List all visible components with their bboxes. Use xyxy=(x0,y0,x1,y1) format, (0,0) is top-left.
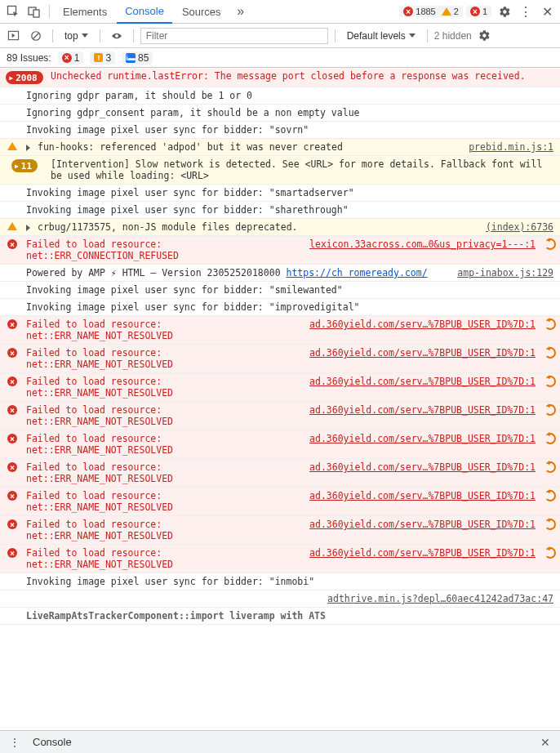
close-icon[interactable]: ✕ xyxy=(537,2,557,21)
hidden-count[interactable]: 2 hidden xyxy=(434,30,472,42)
message-text: Ignoring gdpr_consent param, it should b… xyxy=(26,107,557,118)
drawer-title[interactable]: Console xyxy=(33,736,72,748)
refresh-icon[interactable] xyxy=(544,490,557,501)
issues-warning-chip[interactable]: ! 3 xyxy=(90,51,115,65)
console-row[interactable]: Invoking image pixel user sync for bidde… xyxy=(0,282,560,299)
console-row[interactable]: Failed to load resource: net::ERR_NAME_N… xyxy=(0,516,560,545)
console-row[interactable]: Failed to load resource: net::ERR_NAME_N… xyxy=(0,402,560,430)
refresh-icon[interactable] xyxy=(544,319,557,330)
console-row[interactable]: Failed to load resource: net::ERR_CONNEC… xyxy=(0,236,560,265)
error-count-chip[interactable]: 1885 2 xyxy=(399,6,463,17)
inline-link[interactable]: https://ch romeready.com/ xyxy=(287,267,428,278)
source-link[interactable]: prebid.min.js:1 xyxy=(469,141,557,153)
console-row[interactable]: Failed to load resource: net::ERR_NAME_N… xyxy=(0,545,560,573)
source-link[interactable]: (index):6736 xyxy=(486,221,557,233)
console-row[interactable]: Invoking image pixel user sync for bidde… xyxy=(0,202,560,219)
drawer-kebab-icon[interactable]: ⋮ xyxy=(5,733,24,752)
message-text: Failed to load resource: net::ERR_NAME_N… xyxy=(26,519,304,541)
source-link[interactable]: ad.360yield.com/serv…%7BPUB_USER_ID%7D:1 xyxy=(309,404,539,416)
issues-info-chip[interactable]: ▬ 85 xyxy=(122,51,153,65)
tab-elements[interactable]: Elements xyxy=(55,0,115,24)
more-tabs-icon[interactable]: » xyxy=(231,2,251,21)
row-gutter xyxy=(3,547,21,558)
inspect-element-icon[interactable] xyxy=(3,2,23,21)
svg-rect-2 xyxy=(33,10,39,17)
message-text: Invoking image pixel user sync for bidde… xyxy=(26,576,557,587)
source-link[interactable]: ad.360yield.com/serv…%7BPUB_USER_ID%7D:1 xyxy=(309,490,539,501)
live-expression-icon[interactable] xyxy=(107,26,127,46)
source-link[interactable]: ad.360yield.com/serv…%7BPUB_USER_ID%7D:1 xyxy=(309,376,539,387)
source-link[interactable]: lexicon.33across.com…0&us_privacy=1---:1 xyxy=(309,238,539,250)
count-badge: ▶11 xyxy=(11,159,38,172)
disclosure-triangle-icon[interactable] xyxy=(26,145,30,151)
source-link[interactable]: ad.360yield.com/serv…%7BPUB_USER_ID%7D:1 xyxy=(309,461,539,473)
device-toggle-icon[interactable] xyxy=(24,2,44,21)
console-row[interactable]: Failed to load resource: net::ERR_NAME_N… xyxy=(0,345,560,373)
refresh-icon[interactable] xyxy=(544,347,557,359)
warning-count: 2 xyxy=(454,7,459,16)
refresh-icon[interactable] xyxy=(544,404,557,416)
error-icon xyxy=(62,53,72,63)
message-text: Invoking image pixel user sync for bidde… xyxy=(26,187,557,198)
console-row[interactable]: ▶2008Unchecked runtime.lastError: The me… xyxy=(0,68,560,87)
disclosure-triangle-icon[interactable] xyxy=(26,225,30,231)
context-dropdown[interactable]: top xyxy=(60,29,93,43)
console-row[interactable]: LiveRampAtsTrackerComponent::import live… xyxy=(0,608,560,625)
tab-console[interactable]: Console xyxy=(117,0,172,24)
refresh-icon[interactable] xyxy=(544,461,557,473)
row-gutter xyxy=(3,204,21,205)
tab-sources[interactable]: Sources xyxy=(174,0,229,24)
console-row[interactable]: Failed to load resource: net::ERR_NAME_N… xyxy=(0,430,560,459)
refresh-icon[interactable] xyxy=(544,519,557,530)
row-gutter xyxy=(3,141,21,150)
console-row[interactable]: adthrive.min.js?depl…60aec41242ad73ac:47 xyxy=(0,590,560,608)
console-row[interactable]: Failed to load resource: net::ERR_NAME_N… xyxy=(0,488,560,516)
row-gutter xyxy=(3,187,21,188)
issues-bar[interactable]: 89 Issues: 1 ! 3 ▬ 85 xyxy=(0,48,560,68)
console-row[interactable]: Ignoring gdpr_consent param, it should b… xyxy=(0,105,560,122)
source-link[interactable]: ad.360yield.com/serv…%7BPUB_USER_ID%7D:1 xyxy=(309,519,539,530)
filter-input[interactable] xyxy=(140,28,328,44)
row-gutter xyxy=(3,90,21,91)
console-messages[interactable]: ▶2008Unchecked runtime.lastError: The me… xyxy=(0,68,560,730)
message-text: Failed to load resource: net::ERR_NAME_N… xyxy=(26,433,304,456)
toggle-sidebar-icon[interactable] xyxy=(3,26,23,46)
source-link[interactable]: ad.360yield.com/serv…%7BPUB_USER_ID%7D:1 xyxy=(309,433,539,444)
console-row[interactable]: Invoking image pixel user sync for bidde… xyxy=(0,573,560,590)
refresh-icon[interactable] xyxy=(544,238,557,250)
console-row[interactable]: ▶11[Intervention] Slow network is detect… xyxy=(0,156,560,185)
issues-label: 89 Issues: xyxy=(7,52,51,64)
console-row[interactable]: Powered by AMP ⚡ HTML – Version 23052520… xyxy=(0,265,560,282)
console-row[interactable]: Failed to load resource: net::ERR_NAME_N… xyxy=(0,316,560,345)
console-row[interactable]: Failed to load resource: net::ERR_NAME_N… xyxy=(0,459,560,488)
drawer-close-icon[interactable]: ✕ xyxy=(536,733,555,752)
console-row[interactable]: Invoking image pixel user sync for bidde… xyxy=(0,185,560,202)
console-row[interactable]: Ignoring gdpr param, it should be 1 or 0 xyxy=(0,87,560,105)
console-row[interactable]: Invoking image pixel user sync for bidde… xyxy=(0,299,560,316)
source-link[interactable]: ad.360yield.com/serv…%7BPUB_USER_ID%7D:1 xyxy=(309,347,539,359)
clear-console-icon[interactable] xyxy=(26,26,46,46)
issues-error-chip[interactable]: 1 xyxy=(58,51,84,65)
console-row[interactable]: Invoking image pixel user sync for bidde… xyxy=(0,122,560,139)
settings-icon[interactable] xyxy=(495,2,514,21)
refresh-icon[interactable] xyxy=(544,376,557,387)
console-settings-icon[interactable] xyxy=(475,26,495,46)
source-link[interactable]: ad.360yield.com/serv…%7BPUB_USER_ID%7D:1 xyxy=(309,319,539,330)
error-icon xyxy=(7,348,17,358)
row-gutter xyxy=(3,519,21,529)
source-link[interactable]: ad.360yield.com/serv…%7BPUB_USER_ID%7D:1 xyxy=(309,547,539,559)
other-error-count: 1 xyxy=(482,7,487,16)
refresh-icon[interactable] xyxy=(544,547,557,559)
console-row[interactable]: fun-hooks: referenced 'adpod' but it was… xyxy=(0,139,560,156)
refresh-icon[interactable] xyxy=(544,433,557,444)
count-badge: ▶2008 xyxy=(6,71,42,84)
separator xyxy=(133,29,134,42)
other-error-chip[interactable]: 1 xyxy=(466,6,491,17)
kebab-menu-icon[interactable]: ⋮ xyxy=(516,2,536,21)
source-link[interactable]: amp-inabox.js:129 xyxy=(457,267,557,278)
source-link[interactable]: adthrive.min.js?depl…60aec41242ad73ac:47 xyxy=(327,593,557,604)
console-row[interactable]: crbug/1173575, non-JS module files depre… xyxy=(0,219,560,236)
message-text: Failed to load resource: net::ERR_NAME_N… xyxy=(26,347,304,370)
console-row[interactable]: Failed to load resource: net::ERR_NAME_N… xyxy=(0,373,560,402)
levels-dropdown[interactable]: Default levels xyxy=(342,29,420,43)
